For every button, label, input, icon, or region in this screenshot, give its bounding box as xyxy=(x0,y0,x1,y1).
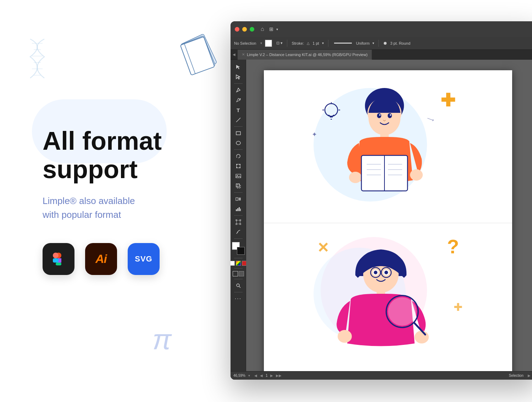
tab-close-icon[interactable]: ✕ xyxy=(242,53,245,56)
svg-line-20 xyxy=(236,118,240,122)
illustration-bottom: ✕ ? xyxy=(292,230,470,365)
svg-point-76 xyxy=(374,271,377,274)
svg-point-59 xyxy=(390,114,391,116)
illustrator-window: ⌂ ⊞ ▾ No Selection ▾ ⊡ ▾ Stroke: △ 1 pt … xyxy=(231,21,532,380)
canvas-area[interactable]: ✚ xyxy=(246,60,532,380)
fill-color-swatch[interactable] xyxy=(265,40,272,47)
separator-3 xyxy=(378,40,379,47)
maximize-button[interactable] xyxy=(250,27,254,32)
fill-options[interactable]: ⊡ ▾ xyxy=(276,41,283,45)
svg-point-45 xyxy=(237,284,239,287)
select-tool[interactable] xyxy=(233,62,244,72)
status-bar: 46,59% ▾ ◀ ◀ 1 ▶ ▶▶ Selection ▶ ▶ xyxy=(231,371,532,380)
tool-separator-1 xyxy=(234,83,243,84)
grid-icon[interactable]: ⊞ xyxy=(269,26,273,32)
page-field[interactable]: ◀ xyxy=(260,374,263,378)
cross-2: ✚ xyxy=(454,301,462,313)
svg-point-80 xyxy=(338,330,352,343)
tab-arrow-left[interactable]: ◀ xyxy=(231,53,238,56)
dropdown-arrow[interactable]: ▾ xyxy=(260,41,262,45)
girl-character xyxy=(321,233,441,354)
artboard: ✚ xyxy=(264,70,512,380)
tool-separator-10 xyxy=(234,292,243,292)
selection-arrow[interactable]: ▶ xyxy=(528,374,531,378)
svg-rect-31 xyxy=(236,184,239,187)
direct-select-tool[interactable] xyxy=(233,72,244,82)
file-tab[interactable]: ✕ Limple V.2 – Distance Learning KIT.ai … xyxy=(238,50,372,60)
svg-point-56 xyxy=(377,113,381,118)
tool-separator-6 xyxy=(234,238,243,239)
main-content: T xyxy=(231,60,532,380)
uniform-label: Uniform xyxy=(356,41,370,45)
tab-bar: ◀ ✕ Limple V.2 – Distance Learning KIT.a… xyxy=(231,50,532,60)
separator-1 xyxy=(287,40,287,47)
page-number: 1 xyxy=(266,374,268,378)
svg-point-58 xyxy=(379,114,381,116)
tool-separator-9 xyxy=(234,279,243,279)
stroke-label: Stroke: xyxy=(292,41,304,45)
dna-decoration xyxy=(20,35,59,83)
svg-point-17 xyxy=(238,88,239,89)
round-cap-icon xyxy=(384,42,387,45)
type-tool[interactable]: T xyxy=(233,105,244,115)
next-page[interactable]: ▶ xyxy=(270,374,273,378)
ai-label: Ai xyxy=(95,252,107,266)
stroke-value: 1 pt xyxy=(312,41,319,45)
svg-icon[interactable]: SVG xyxy=(128,243,160,275)
tool-separator-4 xyxy=(234,192,243,193)
minimize-button[interactable] xyxy=(242,27,247,32)
selection-label: Selection xyxy=(509,374,523,378)
subtitle: Limple® also available with popular form… xyxy=(43,194,248,222)
svg-label: SVG xyxy=(135,254,152,264)
svg-line-46 xyxy=(239,286,240,288)
separator-2 xyxy=(328,40,328,47)
illustration-top: ✚ xyxy=(292,81,470,216)
sparkle-1: ✦ xyxy=(312,131,317,138)
zoom-dropdown[interactable]: ▾ xyxy=(248,374,250,378)
svg-rect-43 xyxy=(240,224,241,225)
pencil-tool[interactable] xyxy=(233,227,244,237)
plus-icon-1: ✚ xyxy=(440,92,455,109)
close-button[interactable] xyxy=(235,27,239,32)
svg-marker-16 xyxy=(236,75,240,79)
svg-rect-42 xyxy=(236,224,237,225)
tab-title: Limple V.2 – Distance Learning KIT.ai @ … xyxy=(247,53,367,57)
zoom-tool[interactable] xyxy=(233,281,244,290)
add-anchor-tool[interactable] xyxy=(233,95,244,105)
boy-character xyxy=(328,84,441,205)
question-icon: ? xyxy=(447,237,459,257)
stroke-style-label: 3 pt. Round xyxy=(390,41,410,45)
svg-rect-8 xyxy=(56,263,61,265)
home-icon[interactable]: ⌂ xyxy=(261,26,264,32)
illustrator-icon[interactable]: Ai xyxy=(85,243,117,275)
svg-rect-32 xyxy=(237,185,240,188)
pi-decoration: π xyxy=(153,323,172,356)
no-selection-label: No Selection xyxy=(234,41,256,45)
tool-separator-2 xyxy=(234,126,243,127)
svg-point-62 xyxy=(410,169,423,181)
svg-point-83 xyxy=(388,297,416,326)
page-title: All format support xyxy=(43,127,248,183)
zoom-level: 46,59% xyxy=(233,374,245,378)
divider xyxy=(264,223,512,223)
title-bar: ⌂ ⊞ ▾ xyxy=(231,21,532,37)
svg-point-77 xyxy=(384,271,388,274)
last-page[interactable]: ▶▶ xyxy=(276,374,282,378)
svg-marker-15 xyxy=(236,65,240,69)
stroke-up[interactable]: △ xyxy=(307,41,310,45)
uniform-dropdown[interactable]: ▾ xyxy=(372,41,374,45)
stroke-down[interactable]: ▾ xyxy=(322,41,324,45)
svg-rect-9 xyxy=(53,253,59,258)
prev-page[interactable]: ◀ xyxy=(254,374,257,378)
more-tools[interactable]: ··· xyxy=(233,294,244,303)
line-tool[interactable] xyxy=(233,115,244,125)
format-icons-row: Ai SVG xyxy=(43,243,248,275)
svg-point-57 xyxy=(388,113,392,118)
svg-point-44 xyxy=(237,232,238,233)
svg-point-81 xyxy=(415,331,429,343)
chevron-icon[interactable]: ▾ xyxy=(276,27,278,31)
stroke-line-preview xyxy=(334,43,352,44)
pen-tool[interactable] xyxy=(233,86,244,95)
svg-point-61 xyxy=(349,172,362,183)
figma-icon[interactable] xyxy=(43,243,74,275)
